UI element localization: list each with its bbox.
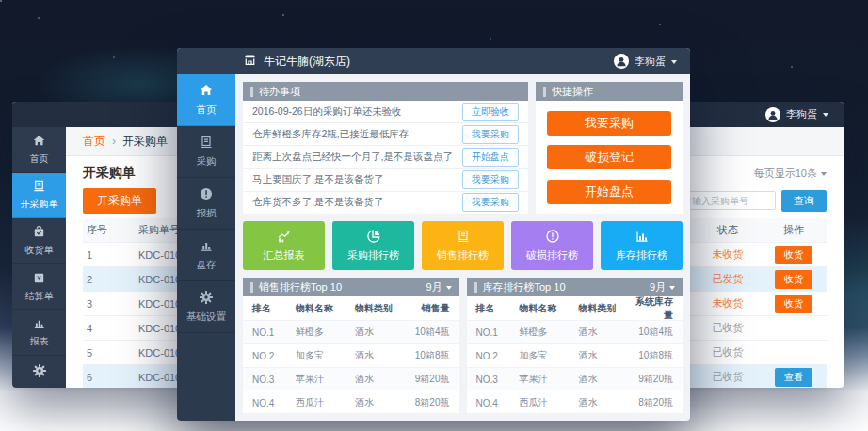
cell-item-name: 鲜橙多: [296, 326, 355, 339]
search-input[interactable]: [676, 191, 776, 210]
row-action-button[interactable]: 收货: [775, 295, 812, 313]
cell-no: 2: [83, 274, 138, 285]
panel-title: 销售排行榜Top 10: [259, 280, 342, 295]
cell-item-name: 加多宝: [296, 349, 355, 362]
tile-label: 采购排行榜: [347, 248, 399, 263]
cell-amount: 10箱8瓶: [630, 349, 673, 362]
chevron-down-icon: [446, 286, 452, 293]
sidebar-item-label: 开采购单: [21, 198, 58, 211]
sidebar-item-inventory[interactable]: 盘存: [177, 230, 235, 281]
sidebar-item-home[interactable]: 首页: [12, 127, 66, 173]
cell-category: 酒水: [355, 396, 406, 409]
tile-label: 销售排行榜: [437, 248, 489, 263]
rank-row: NO.4 西瓜汁 酒水 8箱20瓶: [467, 391, 683, 413]
cell-item-name: 西瓜汁: [520, 396, 579, 409]
sidebar-item-settlement[interactable]: ¥ 结算单: [12, 264, 66, 311]
panel-title: 快捷操作: [552, 85, 593, 99]
todo-text: 仓库鲜橙多库存2瓶,已接近最低库存: [252, 128, 409, 141]
todo-text: 2016-09-26日的采购订单还未验收: [252, 105, 402, 119]
sidebar-item-label: 报表: [30, 335, 49, 348]
todo-action-button[interactable]: 我要采购: [462, 125, 519, 144]
screen: 李狗蛋 首页 开采购单 收货单 ¥ 结算单: [0, 0, 868, 431]
rank-row: NO.2 加多宝 酒水 10箱8瓶: [243, 344, 459, 368]
user-menu[interactable]: 李狗蛋: [614, 54, 677, 69]
month-select[interactable]: 9月: [650, 280, 675, 295]
sales-rank-panel: 销售排行榜Top 10 9月 排名 物料名称 物料类别 销售量: [243, 278, 459, 413]
quick-action-button[interactable]: 破损登记: [547, 145, 671, 169]
breadcrumb-home-link[interactable]: 首页: [83, 134, 105, 150]
sidebar-item-settings[interactable]: 基础设置: [177, 281, 235, 333]
search-button[interactable]: 查询: [781, 190, 827, 212]
col-header-status: 状态: [695, 223, 761, 237]
rank-header-row: 排名 物料名称 物料类别 销售量: [243, 296, 459, 321]
sidebar-item-label: 基础设置: [186, 311, 226, 324]
rank-header-row: 排名 物料名称 物料类别 系统库存量: [467, 296, 683, 321]
status-badge: 已发货: [695, 272, 761, 286]
quick-panel-header: 快捷操作: [536, 82, 683, 101]
chevron-down-icon: [669, 286, 675, 293]
cell-no: 6: [83, 372, 138, 383]
sidebar-item-create-po[interactable]: 开采购单: [12, 173, 66, 219]
quick-action-button[interactable]: 我要采购: [547, 111, 671, 136]
panel-title: 待办事项: [259, 85, 300, 99]
cell-rank: NO.2: [476, 351, 520, 361]
todo-item: 仓库鲜橙多库存2瓶,已接近最低库存 我要采购: [243, 123, 528, 146]
cell-rank: NO.3: [476, 375, 520, 385]
tile-damage-rank[interactable]: 破损排行榜: [511, 221, 593, 270]
cell-rank: NO.3: [252, 375, 296, 385]
tile-label: 汇总报表: [264, 248, 305, 263]
panel-title: 库存排行榜Top 10: [483, 280, 566, 295]
col-header-no: 序号: [83, 223, 138, 237]
month-select[interactable]: 9月: [426, 280, 451, 295]
tile-stock-rank[interactable]: 库存排行榜: [601, 221, 683, 270]
sidebar-item-label: 结算单: [25, 290, 54, 303]
trend-chart-icon: [276, 230, 292, 246]
user-name: 李狗蛋: [635, 55, 666, 69]
create-po-button[interactable]: 开采购单: [83, 188, 156, 214]
sales-rank-header: 销售排行榜Top 10 9月: [243, 278, 459, 296]
page-size-select[interactable]: 每页显示10条: [754, 167, 827, 181]
sidebar-item-reports[interactable]: 报表: [12, 310, 66, 356]
sidebar-item-purchase[interactable]: 采购: [177, 126, 235, 178]
warning-icon: [545, 229, 560, 246]
sidebar-item-damage[interactable]: 报损: [177, 178, 235, 230]
status-badge: 已收货: [695, 370, 761, 384]
user-name: 李狗蛋: [786, 107, 817, 121]
cell-no: 4: [83, 323, 138, 334]
tile-sales-rank[interactable]: 销售排行榜: [422, 221, 504, 270]
bar-chart-icon: [635, 229, 650, 246]
sidebar-item-home[interactable]: 首页: [177, 74, 235, 126]
cell-amount: 8箱20瓶: [630, 396, 673, 409]
stock-rank-header: 库存排行榜Top 10 9月: [467, 278, 683, 296]
cell-item-name: 苹果汁: [296, 373, 355, 386]
cell-no: 3: [83, 298, 138, 310]
store-name: 牛记牛腩(湖东店): [264, 54, 350, 70]
rank-row: NO.2 加多宝 酒水 10箱8瓶: [467, 344, 683, 368]
row-action-button[interactable]: 收货: [775, 270, 812, 289]
todo-action-button[interactable]: 我要采购: [462, 193, 519, 212]
rank-row: NO.3 苹果汁 酒水 9箱20瓶: [243, 368, 459, 391]
row-action-button[interactable]: 查看: [775, 368, 812, 387]
user-menu[interactable]: 李狗蛋: [765, 107, 828, 122]
cell-item-name: 苹果汁: [520, 373, 579, 386]
tile-summary-report[interactable]: 汇总报表: [243, 221, 325, 270]
store-title: 牛记牛腩(湖东店): [243, 53, 350, 70]
row-action-button[interactable]: 收货: [775, 246, 812, 264]
cell-category: 酒水: [578, 396, 629, 409]
cell-no: 1: [83, 249, 138, 261]
tile-purchase-rank[interactable]: 采购排行榜: [332, 221, 414, 270]
modal-content: 待办事项 2016-09-26日的采购订单还未验收 立即验收 仓库鲜橙多库存2: [235, 74, 690, 421]
sidebar-item-label: 报损: [197, 207, 217, 220]
todo-item: 2016-09-26日的采购订单还未验收 立即验收: [243, 101, 528, 123]
cell-no: 5: [83, 347, 138, 359]
todo-action-button[interactable]: 我要采购: [462, 170, 519, 189]
quick-actions-panel: 快捷操作 我要采购 破损登记 开始盘点: [536, 82, 683, 214]
dashboard-modal: 牛记牛腩(湖东店) 李狗蛋 首页 采购: [177, 48, 690, 421]
todo-action-button[interactable]: 立即验收: [462, 103, 519, 121]
settings-gear-icon[interactable]: [12, 356, 66, 388]
todo-action-button[interactable]: 开始盘点: [462, 148, 519, 167]
breadcrumb-current: 开采购单: [122, 134, 168, 150]
todo-panel: 待办事项 2016-09-26日的采购订单还未验收 立即验收 仓库鲜橙多库存2: [243, 82, 528, 214]
sidebar-item-receipt[interactable]: 收货单: [12, 218, 66, 264]
quick-action-button[interactable]: 开始盘点: [547, 180, 671, 204]
